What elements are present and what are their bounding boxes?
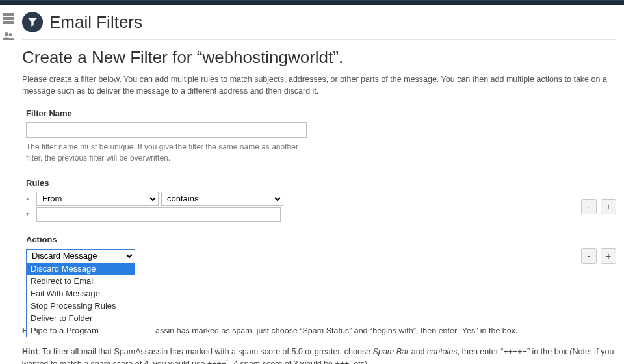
filter-name-help: The filter name must be unique. If you g… (26, 142, 312, 164)
rule-value-input[interactable] (36, 207, 281, 222)
action-option[interactable]: Deliver to Folder (27, 312, 135, 324)
action-add-remove: - + (581, 248, 616, 264)
rules-label: Rules (26, 178, 616, 188)
users-icon[interactable] (2, 32, 18, 43)
hint-2: Hint: To filter all mail that SpamAssass… (22, 346, 616, 364)
svg-point-0 (5, 32, 8, 36)
svg-point-1 (9, 33, 12, 36)
top-bar (0, 0, 624, 5)
action-add-button[interactable]: + (601, 248, 616, 264)
arrow-down-icon[interactable]: ▾ (26, 210, 34, 219)
action-remove-button[interactable]: - (581, 248, 597, 264)
separator (22, 39, 616, 40)
arrow-up-icon[interactable]: ▴ (26, 194, 34, 203)
action-option[interactable]: Discard Message (27, 263, 135, 275)
reorder-arrows: ▴ ▾ (26, 194, 34, 219)
rule-field-select[interactable]: From (36, 192, 159, 206)
actions-block: Actions Discard Message Discard Message … (26, 235, 616, 264)
page-title: Email Filters (49, 12, 142, 32)
action-option[interactable]: Pipe to a Program (27, 324, 135, 337)
rule-add-button[interactable]: + (601, 199, 616, 214)
rule-condition-select[interactable]: contains (161, 192, 283, 206)
action-select[interactable]: Discard Message (26, 249, 135, 263)
rule-add-remove: - + (581, 199, 616, 214)
action-option[interactable]: Fail With Message (27, 287, 135, 300)
action-dropdown-open: Discard Message Redirect to Email Fail W… (26, 263, 135, 337)
filter-name-input[interactable] (26, 122, 307, 138)
filter-name-label: Filter Name (26, 109, 616, 118)
actions-label: Actions (26, 235, 616, 244)
left-nav (0, 5, 18, 43)
title-bar: Email Filters (22, 10, 616, 36)
section-heading: Create a New Filter for “webhostingworld… (22, 47, 616, 68)
intro-text: Please create a filter below. You can ad… (22, 74, 616, 97)
apps-grid-icon[interactable] (3, 13, 18, 24)
funnel-icon (22, 12, 43, 32)
rule-row: ▴ ▾ From contains - + (26, 192, 616, 222)
action-option[interactable]: Redirect to Email (27, 275, 135, 287)
action-option[interactable]: Stop Processing Rules (27, 300, 135, 312)
rule-remove-button[interactable]: - (581, 199, 597, 214)
